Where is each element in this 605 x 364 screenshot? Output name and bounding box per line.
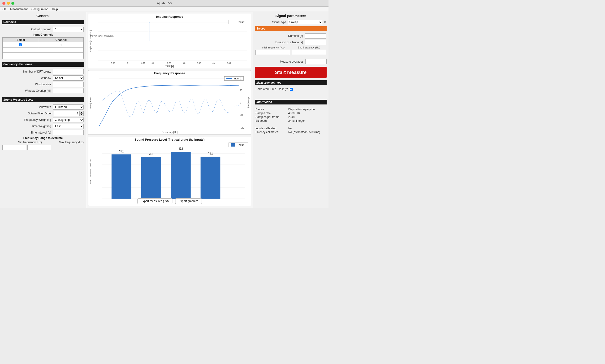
time-weighting-label: Time Weighting bbox=[2, 125, 53, 128]
menu-measurement[interactable]: Measurement bbox=[10, 8, 27, 11]
input-channels-title: Input Channels bbox=[2, 33, 84, 36]
maximize-button[interactable] bbox=[11, 2, 14, 5]
latency-cal-key: Latency calibrated bbox=[256, 130, 285, 134]
svg-text:78.2: 78.2 bbox=[119, 150, 124, 153]
dft-row: Number of DFT points 2048 bbox=[2, 69, 84, 74]
right-panel: Signal parameters Signal type Sweep Whit… bbox=[253, 12, 329, 208]
impulse-legend: Input 1 bbox=[229, 20, 248, 24]
start-measure-button[interactable]: Start measure bbox=[255, 67, 327, 78]
table-row-empty bbox=[3, 48, 83, 53]
titlebar-buttons bbox=[2, 2, 14, 5]
max-freq-input[interactable]: 22050 bbox=[27, 145, 51, 150]
export-measures-button[interactable]: Export measures (.txt) bbox=[137, 198, 172, 204]
output-channel-select[interactable]: 1 bbox=[53, 27, 84, 32]
minimize-button[interactable] bbox=[7, 2, 10, 5]
signal-type-row: Signal type Sweep White noise Pink noise… bbox=[255, 20, 327, 25]
freq-ylabel-right: Phase [deg] bbox=[247, 97, 250, 108]
window-overlap-input[interactable]: 50 bbox=[53, 88, 84, 93]
spinner-buttons: ▲ ▼ bbox=[80, 111, 84, 116]
window-overlap-row: Window Overlap (%) 50 bbox=[2, 88, 84, 93]
channel-checkbox[interactable] bbox=[19, 43, 22, 46]
freq-svg: 0 -50 -100 180 90 0 -90 -180 16 31.5 63 … bbox=[99, 76, 246, 131]
init-freq-input[interactable]: 10 bbox=[256, 50, 290, 55]
col-channel: Channel bbox=[39, 38, 83, 42]
menu-help[interactable]: Help bbox=[52, 8, 58, 11]
time-interval-input[interactable]: 0.5 bbox=[53, 130, 84, 135]
min-freq-input[interactable]: 22 bbox=[2, 145, 26, 150]
meas-type-header: Measurement type bbox=[255, 80, 327, 85]
close-button[interactable] bbox=[2, 2, 5, 5]
spinner-up[interactable]: ▲ bbox=[80, 111, 84, 114]
table-row-empty2 bbox=[3, 53, 83, 58]
channels-table-wrapper: Select Channel 1 bbox=[2, 37, 84, 59]
col-select: Select bbox=[3, 38, 39, 42]
correlated-row: Correlated (Freq. Resp.)? bbox=[256, 88, 326, 91]
info-grid: Device Dispositivo agregado Sample rate … bbox=[256, 108, 326, 134]
channel-select-cell[interactable] bbox=[3, 42, 39, 48]
menu-file[interactable]: File bbox=[2, 8, 6, 11]
silence-input[interactable]: 0.5 bbox=[305, 40, 326, 45]
measure-avg-input[interactable]: 1 bbox=[305, 59, 327, 64]
right-panel-title: Signal parameters bbox=[255, 14, 327, 18]
window-select[interactable]: Kaiser Hanning Hamming Rectangular bbox=[53, 75, 84, 81]
spl-legend-color bbox=[231, 143, 235, 146]
channel-number-cell: 1 bbox=[39, 42, 83, 48]
samples-frame-key: Samples per frame bbox=[256, 115, 285, 119]
svg-text:74.2: 74.2 bbox=[208, 152, 212, 155]
duration-input[interactable]: 1 bbox=[305, 33, 326, 39]
bit-depth-val: 24-bit integer bbox=[288, 119, 326, 122]
svg-text:0.4: 0.4 bbox=[212, 62, 215, 64]
bit-depth-key: Bit depth bbox=[256, 119, 285, 122]
export-graphics-button[interactable]: Export graphics bbox=[175, 198, 202, 204]
signal-type-arrow: ▼ bbox=[323, 20, 327, 24]
app-title: A|Lab 0.50 bbox=[157, 1, 172, 5]
channels-table: Select Channel 1 bbox=[3, 38, 83, 58]
freq-response-header: Frequency Response bbox=[2, 62, 84, 67]
latency-cal-val: No (estimated: 85.33 ms) bbox=[288, 130, 326, 134]
signal-type-select[interactable]: Sweep White noise Pink noise bbox=[288, 20, 322, 25]
freq-range-title: Frequency Range to evaluate bbox=[2, 136, 84, 140]
freq-range-inputs-row: 22 22050 bbox=[2, 145, 84, 150]
samples-frame-val: 2048 bbox=[288, 115, 326, 119]
freq-range-labels-row: Min frequency (Hz) Max frequency (Hz) bbox=[2, 141, 84, 144]
bandwidth-row: Bandwidth Full band Octave 1/3 Octave bbox=[2, 104, 84, 110]
correlated-checkbox[interactable] bbox=[290, 88, 293, 91]
measure-avg-row: Measure averages 1 bbox=[255, 59, 327, 64]
octave-order-input[interactable] bbox=[54, 111, 80, 116]
correlated-label: Correlated (Freq. Resp.)? bbox=[256, 88, 288, 91]
init-freq-label: Initial frequency (Hz) bbox=[256, 46, 290, 49]
window-row: Window Kaiser Hanning Hamming Rectangula… bbox=[2, 75, 84, 81]
bar-lmax bbox=[201, 157, 220, 199]
time-interval-label: Time Interval (s) bbox=[2, 131, 53, 134]
bandwidth-select[interactable]: Full band Octave 1/3 Octave bbox=[53, 104, 84, 110]
channels-section-header: Channels bbox=[2, 20, 84, 24]
left-panel: General Channels Output Channel 1 Input … bbox=[0, 12, 86, 208]
time-interval-row: Time Interval (s) 0.5 bbox=[2, 130, 84, 135]
measure-avg-label: Measure averages bbox=[255, 60, 305, 63]
channels-section-body: Output Channel 1 Input Channels Select C… bbox=[2, 26, 84, 60]
window-label: Window bbox=[2, 76, 53, 80]
end-freq-input[interactable]: 22000 bbox=[292, 50, 326, 55]
spl-body: Bandwidth Full band Octave 1/3 Octave Oc… bbox=[2, 104, 84, 152]
sample-rate-key: Sample rate bbox=[256, 112, 285, 115]
inputs-cal-val: No bbox=[288, 127, 326, 130]
freq-weighting-select[interactable]: Z-weighting A-weighting C-weighting bbox=[53, 117, 84, 122]
time-weighting-select[interactable]: Fast Slow Impulse bbox=[53, 124, 84, 129]
impulse-xlabel-text: Time [s] bbox=[166, 65, 174, 67]
svg-text:0.45: 0.45 bbox=[227, 62, 231, 64]
dft-input[interactable]: 2048 bbox=[53, 69, 84, 74]
freq-inputs-row: 10 22000 bbox=[256, 50, 326, 55]
duration-row: Duration (s) 1 bbox=[256, 33, 326, 39]
spinner-down[interactable]: ▼ bbox=[80, 114, 84, 116]
bar-lpeak bbox=[171, 152, 191, 199]
time-weighting-row: Time Weighting Fast Slow Impulse bbox=[2, 124, 84, 129]
window-size-label: Window size bbox=[2, 83, 53, 86]
window-size-input[interactable]: 256 bbox=[53, 82, 84, 87]
freq-ylabel-text: PSD [dB/Hz] bbox=[89, 96, 92, 108]
svg-text:0.15: 0.15 bbox=[141, 62, 145, 64]
impulse-legend-label: Input 1 bbox=[238, 21, 246, 23]
svg-text:0.35: 0.35 bbox=[197, 62, 201, 64]
menu-configuration[interactable]: Configuration bbox=[31, 8, 48, 11]
octave-order-row: Octave Filter Order ▲ ▼ bbox=[2, 111, 84, 116]
svg-text:0.1: 0.1 bbox=[127, 62, 129, 64]
